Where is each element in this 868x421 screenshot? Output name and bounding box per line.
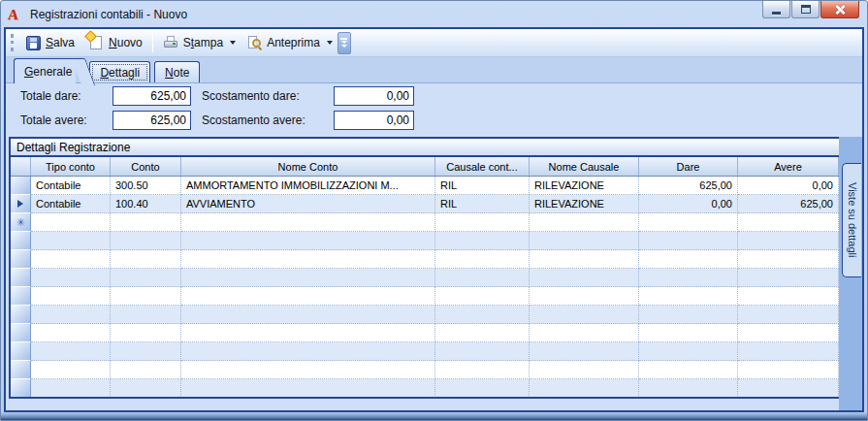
tab-note[interactable]: Note (154, 61, 200, 82)
grid-cell (111, 342, 181, 361)
minimize-icon (772, 12, 781, 15)
cell-nome-causale[interactable]: RILEVAZIONE (530, 177, 639, 195)
grid-cell (31, 306, 111, 324)
preview-dropdown-icon[interactable] (327, 41, 333, 45)
grid-cell[interactable] (639, 213, 738, 232)
new-row[interactable]: ✳ (11, 213, 839, 232)
cell-conto[interactable]: 100.40 (111, 195, 181, 213)
grid-cell (639, 379, 738, 397)
overflow-bar-icon (340, 38, 347, 40)
chevron-down-icon (341, 45, 347, 48)
print-button[interactable]: Stampa (156, 32, 230, 53)
side-tab-strip: Viste su dettagli (839, 137, 862, 410)
table-row-empty (11, 250, 839, 269)
cell-avere[interactable]: 0,00 (738, 177, 839, 195)
table-row[interactable]: Contabile 100.40 AVVIAMENTO RIL RILEVAZI… (11, 195, 839, 213)
grid-cell (530, 306, 639, 324)
totale-avere-label: Totale avere: (20, 113, 87, 127)
grid-cell (31, 232, 111, 250)
grid-cell (111, 232, 181, 250)
totale-dare-label: Totale dare: (20, 89, 81, 103)
minimize-button[interactable] (762, 1, 790, 18)
column-header-avere[interactable]: Avere (738, 157, 839, 176)
cell-nome-conto[interactable]: AMMORTAMENTO IMMOBILIZZAZIONI M... (181, 177, 435, 195)
totale-dare-input[interactable] (113, 86, 191, 106)
table-row-empty (11, 287, 839, 306)
row-selector[interactable] (11, 195, 31, 213)
print-preview-icon (246, 35, 262, 50)
client-area: Salva Nuovo Stampa Anteprima (4, 27, 864, 412)
grid-cell (181, 324, 435, 342)
column-header-tipo-conto[interactable]: Tipo conto (31, 157, 111, 176)
column-header-conto[interactable]: Conto (111, 157, 181, 176)
toolbar-grip[interactable] (11, 34, 14, 51)
tab-generale-label: Generale (24, 65, 72, 79)
cell-tipo-conto[interactable]: Contabile (31, 177, 111, 195)
cell-dare[interactable]: 0,00 (639, 195, 738, 213)
table-row-empty (11, 379, 839, 397)
column-header-dare[interactable]: Dare (639, 157, 738, 176)
close-button[interactable] (820, 1, 859, 18)
chevron-down-icon (341, 41, 347, 44)
grid-cell[interactable] (181, 213, 435, 232)
grid-cell (111, 287, 181, 306)
grid-cell (639, 287, 738, 306)
grid-caption: Dettagli Registrazione (11, 139, 839, 157)
column-header-nome-conto[interactable]: Nome Conto (181, 157, 435, 176)
grid-cell (111, 269, 181, 287)
cell-nome-causale[interactable]: RILEVAZIONE (530, 195, 639, 213)
save-button[interactable]: Salva (18, 33, 81, 53)
table-row-empty (11, 324, 839, 342)
scostamento-avere-input[interactable] (334, 111, 414, 130)
grid-cell (639, 361, 738, 379)
toolbar-separator (152, 33, 153, 52)
row-selector (11, 324, 31, 342)
row-selector (11, 379, 31, 397)
row-selector[interactable]: ✳ (11, 213, 31, 232)
tab-dettagli[interactable]: Dettagli (89, 61, 150, 82)
grid-cell (435, 379, 530, 397)
new-button[interactable]: Nuovo (81, 32, 149, 53)
cell-dare[interactable]: 625,00 (639, 177, 738, 195)
grid-cell (181, 287, 435, 306)
table-row[interactable]: Contabile 300.50 AMMORTAMENTO IMMOBILIZZ… (11, 177, 839, 195)
tab-generale[interactable]: Generale (14, 58, 76, 83)
toolbar-options-button[interactable] (338, 32, 351, 54)
table-row-empty (11, 361, 839, 379)
preview-label: Anteprima (267, 36, 320, 49)
grid-cell (31, 250, 111, 269)
scostamento-dare-input[interactable] (334, 86, 414, 106)
restore-icon (801, 5, 811, 14)
grid-cell (181, 361, 435, 379)
cell-causale[interactable]: RIL (435, 177, 530, 195)
grid-cell[interactable] (530, 213, 639, 232)
cell-causale[interactable]: RIL (435, 195, 530, 213)
cell-conto[interactable]: 300.50 (111, 177, 181, 195)
grid-cell (181, 379, 435, 397)
grid-cell[interactable] (31, 213, 111, 232)
grid-cell (530, 232, 639, 250)
grid-cell (530, 269, 639, 287)
column-header-causale[interactable]: Causale cont... (435, 157, 530, 176)
grid-cell[interactable] (111, 213, 181, 232)
save-icon (26, 36, 41, 50)
new-row-icon: ✳ (16, 217, 24, 228)
restore-button[interactable] (791, 1, 820, 18)
cell-avere[interactable]: 625,00 (738, 195, 839, 213)
table-row-empty (11, 306, 839, 324)
scostamento-avere-label: Scostamento avere: (202, 113, 305, 127)
totale-avere-input[interactable] (113, 111, 191, 130)
preview-button[interactable]: Anteprima (240, 32, 327, 53)
grid-cell[interactable] (738, 213, 839, 232)
grid-cell (530, 250, 639, 269)
tab-dettagli-label: Dettagli (100, 66, 140, 80)
cell-tipo-conto[interactable]: Contabile (31, 195, 111, 213)
grid-cell (738, 342, 839, 361)
column-header-nome-causale[interactable]: Nome Causale (530, 157, 639, 176)
side-tab-viste-su-dettagli[interactable]: Viste su dettagli (842, 163, 861, 277)
cell-nome-conto[interactable]: AVVIAMENTO (181, 195, 435, 213)
row-selector[interactable] (11, 177, 31, 195)
grid-cell[interactable] (435, 213, 530, 232)
print-dropdown-icon[interactable] (230, 41, 236, 45)
grid-cell (435, 250, 530, 269)
